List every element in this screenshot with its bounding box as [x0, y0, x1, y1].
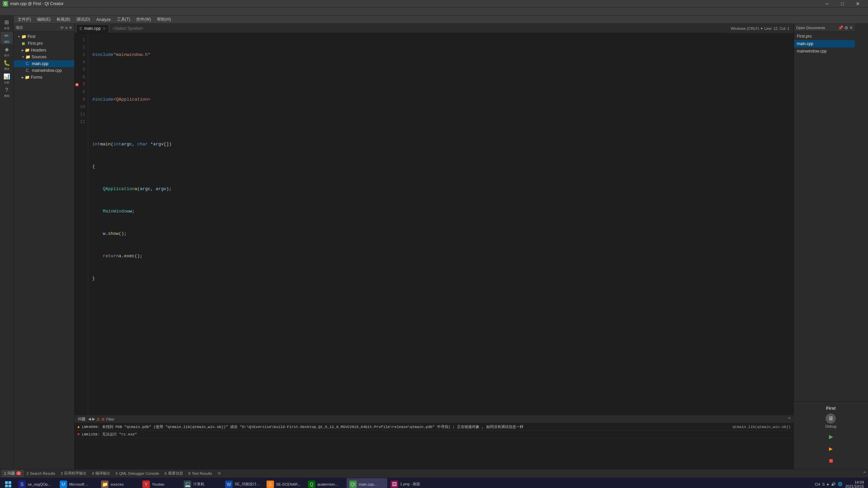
taskbar-app-paint[interactable]: 🖼 1.png - 画面: [388, 478, 429, 488]
menu-view[interactable]: 检视(B): [54, 16, 73, 23]
clock[interactable]: 14:09 2021/10/15: [845, 480, 864, 488]
tab-close-maincpp[interactable]: ✕: [103, 27, 105, 30]
arrow-headers: ▶: [22, 49, 24, 52]
taskbar-app-microsoft[interactable]: M Microsoft ...: [57, 478, 98, 488]
taskbar-app-youdao[interactable]: Y Youdao: [140, 478, 180, 488]
bottom-tab-info[interactable]: 6 载要信息: [162, 470, 185, 477]
lock-btn[interactable]: 📌: [838, 25, 843, 30]
filter-btn[interactable]: ≡: [65, 25, 67, 30]
tree-item-first[interactable]: ▼ 📁 First: [14, 33, 74, 40]
bottom-tab-extra[interactable]: ⊙: [215, 470, 223, 477]
titlebar-controls: ─ □ ✕: [820, 0, 865, 7]
taskbar-app-sources[interactable]: 📁 sources: [98, 478, 139, 488]
menu-tools[interactable]: 工具(T): [114, 16, 133, 23]
computer-icon[interactable]: 🖥: [826, 413, 836, 424]
taskbar-app-computer[interactable]: 💻 计算机: [181, 478, 222, 488]
taskbar: S se_osgQOp... M Microsoft ... 📁 sources…: [0, 477, 868, 488]
code-content[interactable]: #include "mainwindow.h" #include <QAppli…: [88, 34, 793, 415]
sidebar-item-analyze[interactable]: 📊 分析: [1, 73, 13, 85]
bottom-tab-test[interactable]: 8 Test Results: [186, 470, 215, 477]
tab-select-symbol[interactable]: <Select Symbol>: [109, 24, 147, 33]
code-line-9: w.show();: [92, 230, 789, 238]
sidebar-item-help[interactable]: ? 帮助: [1, 86, 13, 98]
run-debug-button[interactable]: ▶: [826, 443, 836, 454]
menu-file[interactable]: 文件(F): [15, 16, 34, 23]
info-num: 6: [164, 471, 166, 475]
search-num: 2: [26, 471, 28, 475]
bottom-tab-appout[interactable]: 3 应用程序输出: [58, 470, 89, 477]
taskbar-app-osg[interactable]: S se_osgQOp...: [16, 478, 56, 488]
tree-item-headers[interactable]: ▶ 📁 Headers: [14, 47, 74, 54]
windows-icon: [5, 481, 11, 487]
taskbar-app-scenar[interactable]: S SE-SCENAR...: [264, 478, 304, 488]
filter-warning-icon[interactable]: ⚠: [96, 417, 100, 422]
taskbar-app-se[interactable]: W SE_功能设计...: [222, 478, 263, 488]
tab-bar: C main.cpp ✕ <Select Symbol>: [75, 24, 727, 33]
run-button[interactable]: ▶: [826, 431, 836, 442]
taskbar-app-qtcreator[interactable]: Qt main.cpp...: [347, 478, 387, 488]
menu-analyze[interactable]: Analyze: [94, 17, 114, 23]
qml-label: QML Debugger Console: [119, 471, 159, 475]
line-numbers: 1 2 3 4 5 6 ● 7 8 9 10: [75, 34, 88, 415]
taskbar-app-quaternion[interactable]: Q quaternion...: [305, 478, 346, 488]
app-label-osg: se_osgQOp...: [28, 482, 51, 486]
tab-cpp-icon: C: [80, 27, 82, 30]
project-header-controls: ⟳ ≡ ✕: [60, 25, 72, 30]
tree-item-mainwindowcpp[interactable]: C mainwindow.cpp: [14, 67, 74, 74]
tree-label-forms: Forms: [31, 75, 42, 80]
sidebar-item-design[interactable]: ◈ 设计: [1, 45, 13, 58]
code-line-5: int main(int argc, char *argv[]): [92, 141, 789, 148]
tree-item-sources[interactable]: ▼ 📁 Sources: [14, 54, 74, 60]
nav-next[interactable]: ▶: [92, 417, 95, 421]
doc-item-firstpro[interactable]: First.pro: [794, 33, 855, 40]
problems-badge: 2: [16, 471, 21, 475]
sidebar-item-edit[interactable]: ✏ 编辑: [1, 32, 13, 44]
doc-item-mainwindowcpp[interactable]: mainwindow.cpp: [794, 47, 855, 55]
doc-item-maincpp[interactable]: main.cpp: [794, 40, 855, 47]
menu-help[interactable]: 帮助(H): [154, 16, 174, 23]
app-icon-qtcreator: Qt: [349, 481, 357, 488]
tree-item-firstpro[interactable]: ◼ First.pro: [14, 40, 74, 47]
problems-tab-active[interactable]: 问题: [77, 416, 87, 422]
tray-net[interactable]: 🌐: [838, 482, 843, 486]
tree-item-forms[interactable]: ▶ 📁 Forms: [14, 74, 74, 81]
bottom-tab-compile[interactable]: 4 编译输出: [89, 470, 113, 477]
tab-maincpp[interactable]: C main.cpp ✕: [76, 24, 109, 33]
maximize-button[interactable]: □: [835, 0, 850, 7]
problems-label: 问题: [7, 471, 15, 476]
filter-error-icon[interactable]: ⊗: [101, 417, 105, 422]
app-icon-computer: 💻: [184, 481, 191, 488]
tray-vol[interactable]: 🔊: [831, 482, 836, 486]
menu-debug[interactable]: 调试(D): [74, 16, 93, 23]
bottom-tab-problems[interactable]: 1 问题 2: [1, 470, 24, 477]
error-row-1[interactable]: ▲ LNK4099: 未找到 PDB "qtmain.pdb" (使用 "qtm…: [75, 423, 793, 431]
start-button[interactable]: [1, 478, 15, 488]
close-button[interactable]: ✕: [850, 0, 865, 7]
split-btn[interactable]: ⊞: [845, 25, 848, 30]
bottom-tab-search[interactable]: 2 Search Results: [24, 470, 58, 477]
stop-button[interactable]: ⏹: [826, 455, 836, 466]
tree-item-maincpp[interactable]: C main.cpp: [14, 60, 74, 67]
menu-edit[interactable]: 编辑(E): [34, 16, 53, 23]
sync-btn[interactable]: ⟳: [60, 25, 64, 30]
sidebar-item-debug[interactable]: 🐛 调试: [1, 59, 13, 71]
minimize-button[interactable]: ─: [820, 0, 835, 7]
close-panel-btn[interactable]: ✕: [69, 25, 72, 30]
error-row-2[interactable]: ⊗ LNK1158: 无法运行 "rc.exe": [75, 431, 793, 438]
code-line-8: MainWindow w;: [92, 208, 789, 215]
line-num-8: 8: [75, 88, 88, 96]
nav-prev[interactable]: ◀: [88, 417, 91, 421]
app-icon-sources: 📁: [101, 481, 108, 488]
expand-icon[interactable]: ⌃: [863, 471, 867, 476]
editor-section: 1 2 3 4 5 6 ● 7 8 9 10: [75, 34, 793, 415]
sidebar-item-welcome[interactable]: ⊞ 欢迎: [1, 18, 13, 30]
folder-icon-forms: 📁: [25, 75, 29, 80]
qt-icon: Q: [3, 1, 8, 6]
filter-input[interactable]: [116, 417, 156, 421]
close-docs-btn[interactable]: ✕: [849, 25, 853, 30]
doc-label-maincpp: main.cpp: [797, 41, 813, 46]
bottom-tab-qml[interactable]: 5 QML Debugger Console: [113, 470, 162, 477]
collapse-bottom-panel[interactable]: ⌃: [787, 416, 791, 422]
menu-widgets[interactable]: 控件(W): [134, 16, 154, 23]
folder-icon-headers: 📁: [25, 48, 29, 53]
